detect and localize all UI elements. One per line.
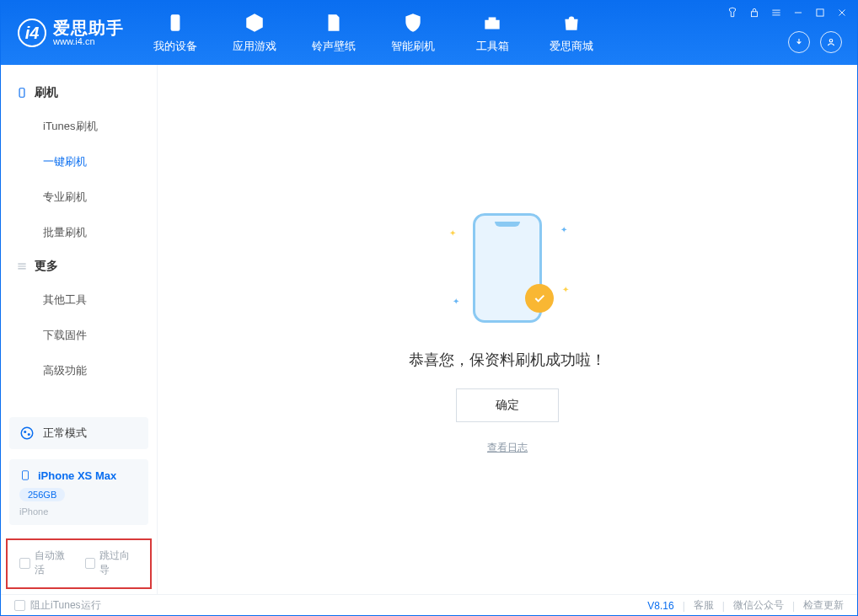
menu-icon[interactable] — [770, 6, 783, 19]
status-bar: 阻止iTunes运行 V8.16 | 客服 | 微信公众号 | 检查更新 — [1, 594, 857, 616]
nav-label: 铃声壁纸 — [312, 39, 356, 54]
app-name: 爱思助手 — [53, 19, 124, 37]
close-icon[interactable] — [835, 6, 849, 19]
window-controls — [726, 6, 849, 19]
main-nav: 我的设备 应用游戏 铃声壁纸 智能刷机 工具箱 爱思商城 — [136, 1, 611, 65]
sidebar: 刷机 iTunes刷机 一键刷机 专业刷机 批量刷机 更多 其他工具 下载固件 … — [1, 65, 158, 594]
checkbox-label: 跳过向导 — [99, 549, 138, 577]
block-itunes-checkbox[interactable]: 阻止iTunes运行 — [14, 598, 101, 613]
svg-rect-0 — [171, 14, 180, 31]
user-icon[interactable] — [820, 31, 842, 53]
device-name: iPhone XS Max — [38, 469, 116, 482]
mode-label: 正常模式 — [43, 426, 87, 441]
wechat-link[interactable]: 微信公众号 — [733, 598, 784, 613]
sidebar-item-itunes-flash[interactable]: iTunes刷机 — [1, 109, 157, 144]
section-title: 更多 — [35, 259, 58, 274]
sidebar-item-oneclick-flash[interactable]: 一键刷机 — [1, 144, 157, 179]
sidebar-item-other-tools[interactable]: 其他工具 — [1, 282, 157, 318]
nav-label: 应用游戏 — [233, 39, 276, 54]
nav-toolbox[interactable]: 工具箱 — [453, 1, 532, 65]
checkbox-icon — [14, 600, 25, 611]
device-icon — [164, 12, 186, 34]
device-name-row: iPhone XS Max — [19, 468, 138, 483]
phone-icon — [19, 468, 31, 483]
version-label: V8.16 — [647, 600, 673, 612]
app-url: www.i4.cn — [53, 37, 124, 47]
svg-point-7 — [28, 433, 30, 436]
sidebar-item-download-firmware[interactable]: 下载固件 — [1, 318, 157, 353]
view-log-link[interactable]: 查看日志 — [487, 441, 528, 455]
skip-wizard-checkbox[interactable]: 跳过向导 — [85, 549, 139, 577]
mode-icon — [19, 426, 35, 441]
device-capacity: 256GB — [19, 488, 65, 501]
main-content: ✦ ✦ ✦ ✦ 恭喜您，保资料刷机成功啦！ 确定 查看日志 — [158, 65, 857, 594]
svg-point-3 — [829, 40, 833, 43]
support-link[interactable]: 客服 — [694, 598, 714, 613]
list-icon — [16, 260, 28, 272]
svg-point-5 — [21, 427, 33, 439]
shield-refresh-icon — [402, 12, 424, 34]
auto-activate-checkbox[interactable]: 自动激活 — [19, 549, 73, 577]
success-message: 恭喜您，保资料刷机成功啦！ — [409, 350, 606, 370]
svg-rect-4 — [19, 88, 24, 98]
phone-icon — [16, 87, 28, 99]
checkbox-label: 自动激活 — [35, 549, 73, 577]
check-update-link[interactable]: 检查更新 — [803, 598, 844, 613]
success-badge-icon — [525, 284, 554, 313]
svg-point-6 — [24, 431, 26, 433]
nav-store[interactable]: 爱思商城 — [532, 1, 611, 65]
device-type: iPhone — [19, 506, 138, 517]
success-illustration: ✦ ✦ ✦ ✦ — [444, 205, 571, 331]
nav-my-device[interactable]: 我的设备 — [136, 1, 215, 65]
music-file-icon — [323, 12, 345, 34]
separator: | — [683, 600, 685, 612]
sparkle-icon: ✦ — [560, 225, 567, 234]
sparkle-icon: ✦ — [562, 285, 569, 294]
logo-icon: i4 — [18, 19, 46, 47]
minimize-icon[interactable] — [791, 6, 805, 19]
app-logo: i4 爱思助手 www.i4.cn — [1, 19, 136, 47]
sidebar-item-pro-flash[interactable]: 专业刷机 — [1, 179, 157, 215]
cube-icon — [244, 12, 265, 34]
section-title: 刷机 — [35, 85, 58, 100]
download-icon[interactable] — [788, 31, 810, 53]
nav-apps-games[interactable]: 应用游戏 — [215, 1, 294, 65]
sidebar-section-more: 更多 — [1, 250, 157, 282]
sidebar-item-advanced[interactable]: 高级功能 — [1, 353, 157, 388]
options-row: 自动激活 跳过向导 — [6, 538, 152, 589]
separator: | — [722, 600, 725, 612]
lock-icon[interactable] — [748, 6, 761, 19]
maximize-icon[interactable] — [813, 6, 827, 19]
device-info[interactable]: iPhone XS Max 256GB iPhone — [9, 459, 148, 525]
nav-smart-flash[interactable]: 智能刷机 — [373, 1, 453, 65]
nav-ringtone-wallpaper[interactable]: 铃声壁纸 — [294, 1, 373, 65]
sidebar-section-flash: 刷机 — [1, 77, 157, 109]
checkbox-icon — [85, 558, 96, 569]
ok-button[interactable]: 确定 — [456, 388, 559, 422]
header-actions — [788, 31, 842, 53]
checkbox-label: 阻止iTunes运行 — [30, 598, 101, 613]
toolbox-icon — [481, 12, 503, 34]
svg-rect-1 — [752, 12, 758, 17]
separator: | — [792, 600, 795, 612]
skin-icon[interactable] — [726, 6, 739, 19]
svg-rect-2 — [817, 9, 823, 16]
bag-icon — [560, 12, 582, 34]
svg-rect-8 — [23, 471, 29, 480]
checkbox-icon — [19, 558, 30, 569]
nav-label: 我的设备 — [153, 39, 197, 54]
sidebar-item-batch-flash[interactable]: 批量刷机 — [1, 215, 157, 250]
nav-label: 智能刷机 — [391, 39, 435, 54]
nav-label: 爱思商城 — [550, 39, 593, 54]
sparkle-icon: ✦ — [453, 297, 459, 306]
sparkle-icon: ✦ — [449, 228, 456, 238]
app-header: i4 爱思助手 www.i4.cn 我的设备 应用游戏 铃声壁纸 智能刷机 工具… — [1, 1, 857, 65]
mode-indicator[interactable]: 正常模式 — [9, 417, 148, 449]
nav-label: 工具箱 — [476, 39, 509, 54]
